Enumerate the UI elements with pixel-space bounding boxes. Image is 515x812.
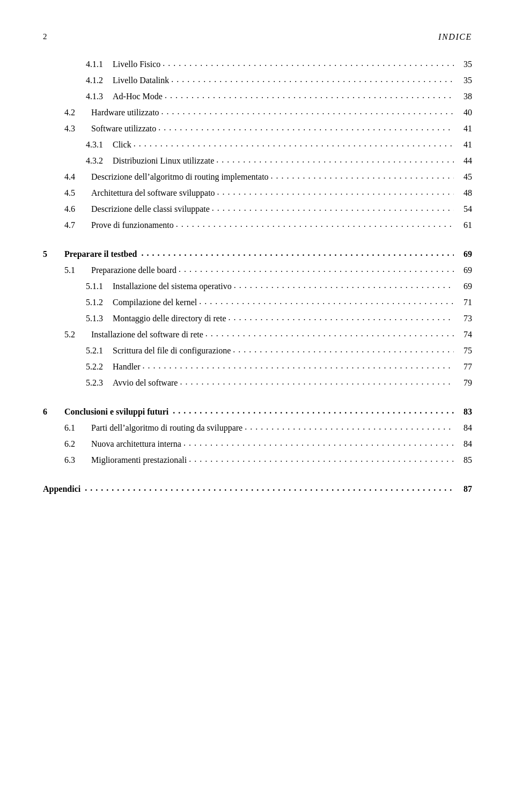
entry-number: 5.1.2: [86, 296, 113, 309]
entry-label: Miglioramenti prestazionali: [91, 454, 187, 467]
entry-number: 6.3: [64, 454, 91, 467]
entry-label: Avvio del software: [113, 377, 178, 389]
chapter-label: Conclusioni e sviluppi futuri: [64, 405, 168, 418]
entry-page: 41: [456, 122, 472, 135]
entry-dots: [158, 121, 454, 134]
entry-label: Architettura del software sviluppato: [91, 187, 215, 200]
toc-entry-5-2-3: 5.2.3 Avvio del software 79: [43, 377, 472, 389]
entry-number: 4.4: [64, 171, 91, 183]
entry-page: 61: [456, 219, 472, 232]
toc-entry-4-5: 4.5 Architettura del software sviluppato…: [43, 187, 472, 200]
entry-number: 5.2.3: [86, 377, 113, 389]
entry-number: 4.1.1: [86, 58, 113, 71]
toc-chapter-6: 6 Conclusioni e sviluppi futuri 83: [43, 405, 472, 418]
entry-page: 69: [456, 264, 472, 277]
entry-label: Montaggio delle directory di rete: [113, 312, 226, 325]
entry-page: 71: [456, 296, 472, 309]
toc-entry-5-1: 5.1 Preparazione delle board 69: [43, 264, 472, 277]
toc-entry-6-3: 6.3 Miglioramenti prestazionali 85: [43, 454, 472, 467]
toc-entry-5-2-2: 5.2.2 Handler 77: [43, 360, 472, 373]
entry-number: 5.2.2: [86, 360, 113, 373]
entry-dots: [271, 169, 454, 182]
entry-number: 4.6: [64, 203, 91, 216]
entry-number: 4.5: [64, 187, 91, 200]
entry-label: Livello Datalink: [113, 74, 169, 87]
toc-appendix: Appendici 87: [43, 483, 472, 496]
toc-entry-4-3-2: 4.3.2 Distribuzioni Linux utilizzate 44: [43, 154, 472, 167]
entry-number: 4.7: [64, 219, 91, 232]
entry-page: 41: [456, 138, 472, 151]
entry-number: 4.3.1: [86, 138, 113, 151]
entry-label: Scrittura del file di configurazione: [113, 344, 231, 357]
entry-page: 40: [456, 106, 472, 119]
entry-number: 5.1.3: [86, 312, 113, 325]
toc-entry-4-7: 4.7 Prove di funzionamento 61: [43, 219, 472, 232]
chapter-number: 5: [43, 248, 64, 261]
entry-page: 85: [456, 454, 472, 467]
entry-number: 4.3: [64, 122, 91, 135]
entry-dots: [143, 359, 454, 372]
entry-dots: [189, 453, 454, 466]
chapter-label: Preparare il testbed: [64, 248, 137, 261]
toc-entry-6-1: 6.1 Parti dell’algoritmo di routing da s…: [43, 422, 472, 434]
entry-dots: [216, 153, 454, 166]
toc-entry-4-1-1: 4.1.1 Livello Fisico 35: [43, 58, 472, 71]
entry-dots: [234, 279, 454, 292]
entry-label: Descrizione delle classi sviluppate: [91, 203, 210, 216]
entry-page: 74: [456, 328, 472, 341]
entry-label: Nuova architettura interna: [91, 438, 181, 451]
entry-number: 4.1.3: [86, 90, 113, 103]
entry-dots: [199, 295, 454, 308]
toc-entry-4-1-2: 4.1.2 Livello Datalink 35: [43, 74, 472, 87]
entry-dots: [179, 263, 454, 276]
toc-entry-5-2-1: 5.2.1 Scrittura del file di configurazio…: [43, 344, 472, 357]
entry-number: 4.3.2: [86, 154, 113, 167]
entry-label: Handler: [113, 360, 141, 373]
toc-entry-5-1-1: 5.1.1 Installazione del sistema operativ…: [43, 280, 472, 293]
entry-number: 5.1.1: [86, 280, 113, 293]
entry-label: Distribuzioni Linux utilizzate: [113, 154, 214, 167]
entry-page: 75: [456, 344, 472, 357]
chapter-number: 6: [43, 405, 64, 418]
entry-page: 83: [456, 405, 472, 418]
entry-label: Hardware utilizzato: [91, 106, 159, 119]
entry-number: 6.2: [64, 438, 91, 451]
entry-dots: [165, 89, 454, 102]
page-title-header: INDICE: [438, 32, 472, 42]
entry-dots: [85, 482, 454, 494]
entry-number: 4.2: [64, 106, 91, 119]
entry-label: Compilazione del kernel: [113, 296, 197, 309]
entry-dots: [134, 137, 454, 150]
entry-label: Prove di funzionamento: [91, 219, 174, 232]
toc-entry-4-3-1: 4.3.1 Click 41: [43, 138, 472, 151]
entry-label: Software utilizzato: [91, 122, 156, 135]
appendix-label: Appendici: [43, 483, 80, 496]
entry-dots: [228, 311, 454, 324]
entry-number: 6.1: [64, 422, 91, 434]
entry-page: 54: [456, 203, 472, 216]
toc-entry-4-6: 4.6 Descrizione delle classi sviluppate …: [43, 203, 472, 216]
entry-label: Parti dell’algoritmo di routing da svilu…: [91, 422, 242, 434]
entry-label: Descrizione dell’algoritmo di routing im…: [91, 171, 269, 183]
entry-label: Installazione del sistema operativo: [113, 280, 232, 293]
entry-label: Ad-Hoc Mode: [113, 90, 163, 103]
entry-page: 48: [456, 187, 472, 200]
toc-entry-4-1-3: 4.1.3 Ad-Hoc Mode 38: [43, 90, 472, 103]
entry-page: 79: [456, 377, 472, 389]
entry-dots: [217, 186, 454, 198]
entry-label: Installazione del software di rete: [91, 328, 203, 341]
entry-label: Click: [113, 138, 131, 151]
toc-entry-6-2: 6.2 Nuova architettura interna 84: [43, 438, 472, 451]
entry-number: 5.2.1: [86, 344, 113, 357]
toc-chapter-5: 5 Preparare il testbed 69: [43, 248, 472, 261]
entry-dots: [163, 57, 454, 70]
toc-entry-5-2: 5.2 Installazione del software di rete 7…: [43, 328, 472, 341]
toc-entry-5-1-3: 5.1.3 Montaggio delle directory di rete …: [43, 312, 472, 325]
entry-dots: [141, 247, 454, 260]
entry-dots: [212, 202, 454, 215]
entry-dots: [171, 73, 454, 86]
entry-page: 69: [456, 280, 472, 293]
entry-dots: [183, 437, 454, 449]
page-header: 2 INDICE: [43, 32, 472, 42]
entry-number: 4.1.2: [86, 74, 113, 87]
